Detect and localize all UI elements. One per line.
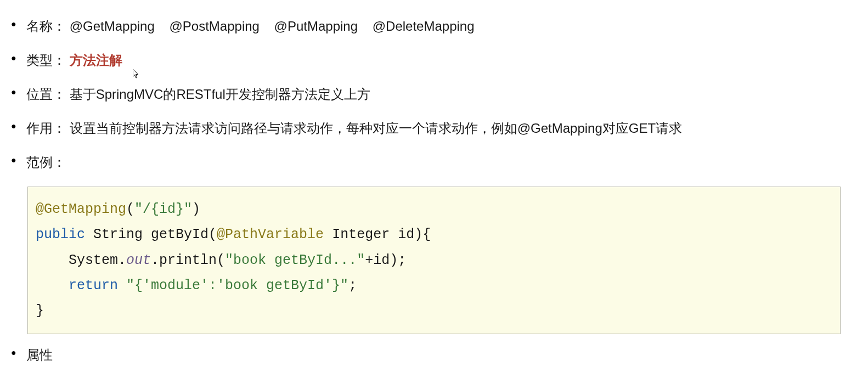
type-label: 类型： <box>26 53 66 67</box>
definition-list: 名称： @GetMapping @PostMapping @PutMapping… <box>11 16 857 172</box>
example-label: 范例： <box>26 155 66 170</box>
item-example: 范例： <box>11 153 857 172</box>
code-annotation: @GetMapping <box>36 201 126 217</box>
position-value: 基于SpringMVC的RESTful开发控制器方法定义上方 <box>70 87 370 102</box>
annotation-0: @GetMapping <box>70 19 155 33</box>
code-example: @GetMapping("/{id}") public String getBy… <box>27 187 841 334</box>
attributes-label: 属性 <box>26 347 53 362</box>
item-attributes: 属性 value（默认）：请求访问路径 <box>11 345 857 372</box>
position-label: 位置： <box>26 87 66 102</box>
item-purpose: 作用： 设置当前控制器方法请求访问路径与请求动作，每种对应一个请求动作，例如@G… <box>11 119 857 138</box>
type-value: 方法注解 <box>70 53 122 67</box>
item-position: 位置： 基于SpringMVC的RESTful开发控制器方法定义上方 <box>11 84 857 104</box>
attributes-list: 属性 value（默认）：请求访问路径 <box>11 345 857 372</box>
item-type: 类型： 方法注解 <box>11 50 857 70</box>
item-name: 名称： @GetMapping @PostMapping @PutMapping… <box>11 16 857 36</box>
purpose-label: 作用： <box>26 121 66 136</box>
name-label: 名称： <box>26 19 66 33</box>
annotation-1: @PostMapping <box>169 19 259 33</box>
annotation-3: @DeleteMapping <box>373 19 475 33</box>
purpose-value: 设置当前控制器方法请求访问路径与请求动作，每种对应一个请求动作，例如@GetMa… <box>70 121 682 136</box>
annotation-2: @PutMapping <box>274 19 358 33</box>
